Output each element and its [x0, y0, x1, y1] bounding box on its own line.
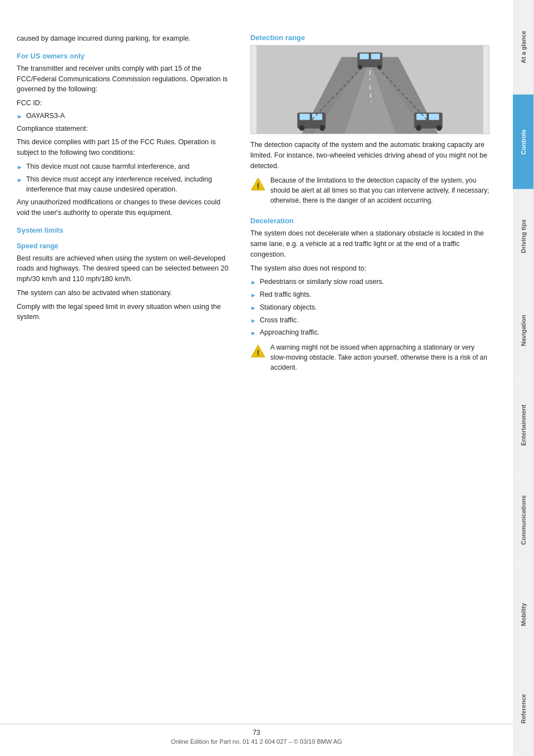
unauthorized-text: Any unauthorized modifications or change… — [17, 197, 234, 218]
bullet-arrow-icon: ► — [17, 112, 23, 121]
svg-rect-8 — [360, 53, 369, 59]
decel-bullet-5-text: Approaching traffic. — [260, 327, 319, 338]
warning-2-text: A warning might not be issued when appro… — [270, 342, 490, 372]
bullet-arrow-icon: ► — [250, 303, 256, 313]
left-column: caused by damage incurred during parking… — [17, 33, 234, 380]
system-limits-heading: System limits — [17, 226, 234, 234]
sidebar-tab-controls[interactable]: Controls — [513, 95, 534, 189]
detection-text: The detection capacity of the system and… — [250, 140, 490, 171]
decel-bullet-1-text: Pedestrians or similarly slow road users… — [260, 277, 384, 287]
decel-bullet-3-text: Stationary objects. — [260, 302, 317, 313]
deceleration-heading: Deceleration — [250, 217, 490, 225]
fcc-id-label: FCC ID: — [17, 98, 234, 109]
bullet-arrow-icon: ► — [250, 316, 256, 326]
svg-rect-9 — [371, 53, 380, 59]
sidebar-tab-entertainment[interactable]: Entertainment — [513, 378, 534, 473]
svg-point-15 — [299, 125, 305, 131]
fcc-id-label-text: FCC ID: — [17, 99, 42, 107]
bullet-arrow-icon: ► — [250, 291, 256, 300]
sidebar-tab-mobility[interactable]: Mobility — [513, 567, 534, 662]
compliance-label: Compliance statement: — [17, 124, 234, 134]
right-column: Detection range — [250, 33, 490, 380]
svg-point-21 — [436, 125, 442, 131]
warning-box-2: ! A warning might not be issued when app… — [250, 342, 490, 376]
deceleration-text1: The system does not decelerate when a st… — [250, 228, 490, 259]
compliance-bullet-2-text: This device must accept any interference… — [26, 174, 234, 195]
decel-bullet-3: ► Stationary objects. — [250, 302, 490, 313]
detection-range-image — [250, 45, 490, 134]
deceleration-text2: The system also does not respond to: — [250, 263, 490, 274]
page-number: 73 — [0, 729, 513, 737]
sidebar-tab-reference[interactable]: Reference — [513, 661, 534, 756]
svg-rect-18 — [417, 114, 427, 120]
main-content: caused by damage incurred during parking… — [0, 0, 513, 402]
sidebar-tab-driving-tips[interactable]: Driving tips — [513, 189, 534, 284]
bullet-arrow-icon: ► — [17, 163, 23, 172]
fcc-id-bullet: ► OAYARS3-A — [17, 111, 234, 121]
svg-point-20 — [416, 125, 422, 131]
bullet-arrow-icon: ► — [17, 175, 23, 185]
svg-point-11 — [377, 65, 382, 70]
svg-text:!: ! — [257, 181, 260, 190]
decel-bullet-4-text: Cross traffic. — [260, 315, 299, 326]
speed-range-heading: Speed range — [17, 242, 234, 250]
decel-bullet-4: ► Cross traffic. — [250, 315, 490, 326]
bullet-arrow-icon: ► — [250, 328, 256, 338]
compliance-bullet-1-text: This device must not cause harmful inter… — [26, 161, 190, 172]
footer-text: Online Edition for Part no. 01 41 2 604 … — [171, 738, 342, 745]
fcc-id-value: OAYARS3-A — [26, 111, 65, 121]
decel-bullet-2: ► Red traffic lights. — [250, 289, 490, 300]
sidebar-tab-navigation[interactable]: Navigation — [513, 283, 534, 378]
svg-text:!: ! — [257, 348, 260, 357]
warning-triangle-icon-2: ! — [250, 343, 266, 359]
for-us-text: The transmitter and receiver units compl… — [17, 63, 234, 95]
speed-range-text3: Comply with the legal speed limit in eve… — [17, 302, 234, 323]
speed-range-text2: The system can also be activated when st… — [17, 288, 234, 298]
decel-bullet-5: ► Approaching traffic. — [250, 327, 490, 338]
warning-box-1: ! Because of the limitations to the dete… — [250, 175, 490, 209]
svg-rect-19 — [429, 114, 439, 120]
warning-triangle-icon: ! — [250, 176, 266, 192]
compliance-bullet-2: ► This device must accept any interferen… — [17, 174, 234, 195]
decel-bullet-1: ► Pedestrians or similarly slow road use… — [250, 277, 490, 287]
compliance-text: This device complies with part 15 of the… — [17, 137, 234, 158]
sidebar-tab-communications[interactable]: Communications — [513, 473, 534, 567]
footer: 73 Online Edition for Part no. 01 41 2 6… — [0, 724, 513, 745]
intro-text: caused by damage incurred during parking… — [17, 33, 234, 44]
sidebar: At a glance Controls Driving tips Naviga… — [513, 0, 534, 756]
compliance-bullet-1: ► This device must not cause harmful int… — [17, 161, 234, 172]
sidebar-tab-at-a-glance[interactable]: At a glance — [513, 0, 534, 95]
svg-point-16 — [319, 125, 325, 131]
for-us-owners-heading: For US owners only — [17, 52, 234, 60]
speed-range-text1: Best results are achieved when using the… — [17, 253, 234, 284]
decel-bullet-2-text: Red traffic lights. — [260, 289, 312, 300]
svg-rect-13 — [300, 114, 310, 120]
warning-1-text: Because of the limitations to the detect… — [270, 175, 490, 205]
bullet-arrow-icon: ► — [250, 278, 256, 287]
detection-range-heading: Detection range — [250, 33, 490, 42]
